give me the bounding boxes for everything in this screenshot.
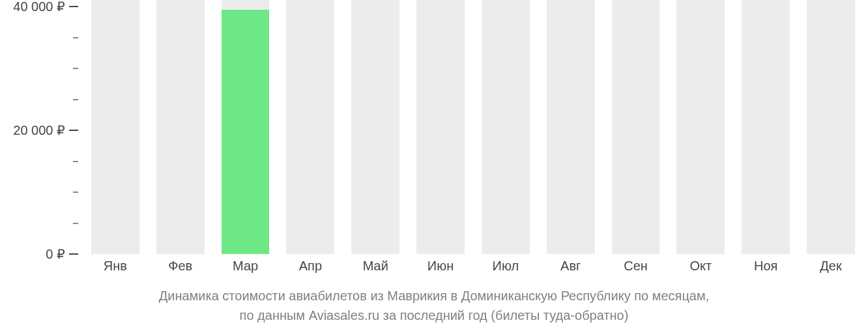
x-label-dec: Дек (807, 259, 855, 274)
bar-slot-jan (91, 0, 139, 254)
y-tick-minor (73, 161, 78, 162)
x-label-jul: Июл (482, 259, 530, 274)
bar-bg (612, 0, 660, 254)
bar-bg (222, 0, 270, 254)
bar-slot-sep (612, 0, 660, 254)
bar-bg (416, 0, 465, 254)
x-label-sep: Сен (612, 259, 660, 274)
bar-slot-nov (742, 0, 790, 254)
plot-area (85, 0, 861, 254)
bar-slot-may (351, 0, 399, 254)
bar-slot-dec (807, 0, 855, 254)
tick-mark-icon (69, 6, 78, 7)
bar-value-mar (222, 10, 270, 254)
bar-slot-apr (286, 0, 334, 254)
bar-bg (286, 0, 334, 254)
x-label-aug: Авг (547, 259, 595, 274)
bar-slot-mar (222, 0, 270, 254)
bar-bg (156, 0, 205, 254)
bar-bg (742, 0, 790, 254)
y-tick-label: 0 ₽ (46, 246, 65, 262)
y-tick-minor (73, 37, 78, 38)
x-label-mar: Мар (222, 259, 270, 274)
y-tick-minor (73, 223, 78, 224)
bar-bg (676, 0, 725, 254)
x-label-feb: Фев (156, 259, 205, 274)
y-tick-minor (73, 99, 78, 100)
y-tick-0: 0 ₽ (46, 246, 78, 262)
bars-group (85, 0, 861, 254)
y-axis: 40 000 ₽ 20 000 ₽ 0 ₽ (0, 0, 85, 254)
y-tick-label: 40 000 ₽ (13, 0, 65, 14)
bar-slot-feb (156, 0, 205, 254)
chart-caption-line1: Динамика стоимости авиабилетов из Маврик… (0, 287, 868, 306)
bar-bg (351, 0, 399, 254)
bar-slot-aug (547, 0, 595, 254)
x-label-may: Май (351, 259, 399, 274)
y-tick-20000: 20 000 ₽ (13, 122, 78, 138)
x-axis: Янв Фев Мар Апр Май Июн Июл Авг Сен Окт … (85, 259, 861, 274)
x-label-jan: Янв (91, 259, 139, 274)
y-tick-40000: 40 000 ₽ (13, 0, 78, 14)
x-label-oct: Окт (676, 259, 725, 274)
y-tick-minor (73, 68, 78, 69)
bar-bg (91, 0, 139, 254)
bar-bg (482, 0, 530, 254)
y-tick-label: 20 000 ₽ (13, 122, 65, 138)
price-chart: 40 000 ₽ 20 000 ₽ 0 ₽ (0, 0, 868, 327)
bar-slot-jul (482, 0, 530, 254)
tick-mark-icon (69, 130, 78, 131)
x-label-nov: Ноя (742, 259, 790, 274)
bar-slot-jun (416, 0, 465, 254)
chart-caption-line2: по данным Aviasales.ru за последний год … (0, 306, 868, 325)
bar-slot-oct (676, 0, 725, 254)
bar-bg (807, 0, 855, 254)
x-label-jun: Июн (416, 259, 465, 274)
bar-bg (547, 0, 595, 254)
tick-mark-icon (69, 253, 78, 255)
x-label-apr: Апр (286, 259, 334, 274)
y-tick-minor (73, 192, 78, 193)
